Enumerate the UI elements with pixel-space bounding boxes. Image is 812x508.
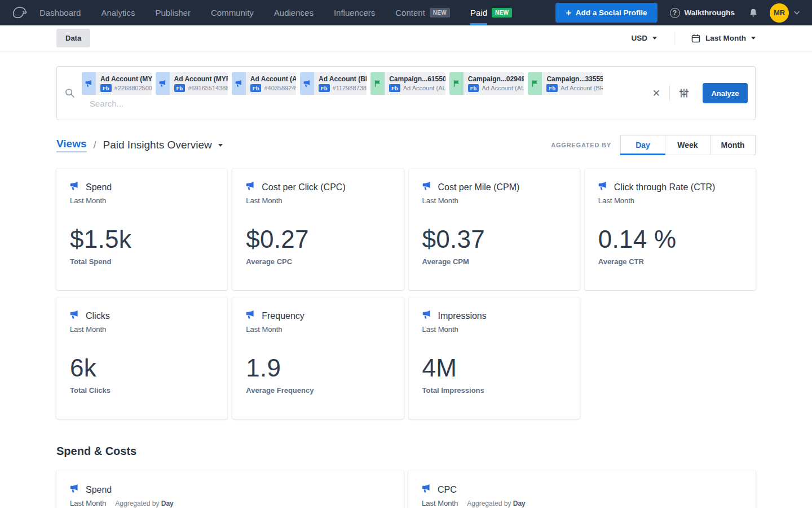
calendar-icon [691, 34, 700, 43]
filter-chip-ad-account[interactable]: Ad Account (MYR) Fb#691655143885437 [156, 72, 228, 95]
chart-card-spend: Spend Last Month Aggregated by Day [56, 470, 404, 508]
metric-card-cpc: Cost per Click (CPC) Last Month $0.27 Av… [232, 169, 403, 290]
megaphone-icon [246, 310, 255, 322]
aggregation-option-month[interactable]: Month [710, 135, 756, 155]
search-input[interactable] [90, 99, 270, 108]
question-circle-icon: ? [670, 8, 680, 18]
metric-value: 4M [422, 354, 566, 382]
top-navbar: Dashboard Analytics Publisher Community … [0, 0, 812, 25]
megaphone-icon [598, 181, 607, 193]
search-icon [65, 88, 75, 98]
divider [674, 31, 674, 46]
aggregated-by-label: AGGREGATED BY [551, 142, 611, 148]
megaphone-icon [422, 310, 431, 322]
metric-card-spend: Spend Last Month $1.5k Total Spend [56, 169, 227, 290]
search-controls: ✕ Analyze [652, 83, 748, 103]
page-title: Paid Insights Overview [103, 139, 212, 151]
facebook-badge: Fb [100, 84, 112, 92]
facebook-badge: Fb [546, 84, 558, 92]
chart-card-cpc: CPC Last Month Aggregated by Day [408, 470, 756, 508]
filter-chip-campaign[interactable]: Campaign...029492845 FbAd Account (AUD) [449, 72, 524, 95]
tab-data[interactable]: Data [56, 29, 90, 47]
filter-chip-campaign[interactable]: Campaign...335557899 FbAd Account (BRL) [528, 72, 603, 95]
megaphone-icon [422, 181, 431, 193]
aggregation-segmented-control: Day Week Month [620, 135, 756, 155]
filter-chip-ad-account[interactable]: Ad Account (BRL) Fb#1129887384649 [300, 72, 367, 95]
facebook-badge: Fb [174, 84, 186, 92]
megaphone-icon [70, 310, 79, 322]
megaphone-icon [70, 484, 79, 496]
new-badge: NEW [430, 8, 450, 17]
megaphone-icon [300, 72, 314, 95]
aggregated-by-day-link[interactable]: Aggregated by Day [115, 500, 173, 508]
breadcrumb-views-link[interactable]: Views [56, 138, 87, 152]
view-header-row: Views / Paid Insights Overview AGGREGATE… [56, 134, 756, 156]
user-menu[interactable]: MR [770, 3, 800, 23]
currency-dropdown[interactable]: USD [631, 34, 657, 42]
caret-down-icon [751, 37, 756, 40]
nav-item-paid[interactable]: PaidNEW [470, 0, 512, 25]
flag-icon [528, 72, 542, 95]
analyze-button[interactable]: Analyze [703, 83, 748, 103]
filter-search-box[interactable]: Ad Account (MYR) Fb#22688025000557 Ad Ac… [56, 66, 756, 120]
walkthroughs-link[interactable]: ? Walkthroughs [670, 8, 735, 18]
megaphone-icon [422, 484, 431, 496]
metric-cards-grid: Spend Last Month $1.5k Total Spend Cost … [56, 169, 756, 419]
aggregated-by-day-link[interactable]: Aggregated by Day [467, 500, 525, 508]
megaphone-icon [232, 72, 246, 95]
metric-value: $0.27 [246, 225, 390, 253]
divider [669, 85, 670, 101]
facebook-badge: Fb [389, 84, 400, 92]
metric-card-ctr: Click through Rate (CTR) Last Month 0.14… [585, 169, 756, 290]
nav-item-influencers[interactable]: Influencers [334, 0, 375, 25]
new-badge: NEW [492, 8, 512, 17]
metric-value: 0.14 % [598, 225, 742, 253]
megaphone-icon [246, 181, 255, 193]
spend-costs-charts: Spend Last Month Aggregated by Day CPC L… [56, 470, 756, 508]
metric-value: 1.9 [246, 354, 390, 382]
metric-card-clicks: Clicks Last Month 6k Total Clicks [56, 297, 227, 419]
aggregation-option-week[interactable]: Week [665, 135, 710, 155]
nav-item-audiences[interactable]: Audiences [274, 0, 314, 25]
plus-icon: + [566, 10, 571, 16]
navbar-right-controls: + Add a Social Profile ? Walkthroughs MR [555, 3, 800, 23]
facebook-badge: Fb [250, 84, 262, 92]
falcon-logo-icon[interactable] [9, 3, 29, 23]
nav-item-publisher[interactable]: Publisher [155, 0, 191, 25]
megaphone-icon [82, 72, 96, 95]
metric-card-frequency: Frequency Last Month 1.9 Average Frequen… [232, 297, 403, 419]
facebook-badge: Fb [319, 84, 330, 92]
date-range-dropdown[interactable]: Last Month [691, 34, 756, 43]
filter-search-section: Ad Account (MYR) Fb#22688025000557 Ad Ac… [0, 51, 812, 120]
caret-down-icon [652, 37, 657, 40]
nav-item-community[interactable]: Community [211, 0, 254, 25]
breadcrumb-separator: / [94, 139, 96, 151]
view-dropdown-caret-icon[interactable] [218, 144, 223, 147]
metric-card-impressions: Impressions Last Month 4M Total Impressi… [409, 297, 580, 419]
filter-chip-campaign[interactable]: Campaign...615500498 FbAd Account (AUD) [370, 72, 445, 95]
chevron-down-icon [794, 11, 800, 15]
add-social-profile-button[interactable]: + Add a Social Profile [555, 3, 657, 23]
metric-value: $0.37 [422, 225, 566, 253]
filter-chip-ad-account[interactable]: Ad Account (MYR) Fb#22688025000557 [82, 72, 152, 95]
avatar: MR [770, 3, 789, 23]
notifications-bell-icon[interactable] [748, 8, 758, 18]
aggregation-option-day[interactable]: Day [620, 135, 665, 155]
aggregation-control: AGGREGATED BY Day Week Month [551, 135, 756, 155]
flag-icon [370, 72, 385, 95]
secondary-toolbar: Data USD Last Month [0, 25, 812, 51]
facebook-badge: Fb [468, 84, 479, 92]
metric-value: $1.5k [70, 225, 214, 253]
filter-sliders-icon[interactable] [679, 88, 689, 98]
metric-card-cpm: Cost per Mile (CPM) Last Month $0.37 Ave… [409, 169, 580, 290]
primary-navigation: Dashboard Analytics Publisher Community … [39, 0, 532, 25]
nav-item-dashboard[interactable]: Dashboard [39, 0, 81, 25]
metric-value: 6k [70, 354, 214, 382]
nav-item-content[interactable]: ContentNEW [395, 0, 450, 25]
clear-filters-icon[interactable]: ✕ [652, 87, 660, 99]
filter-chip-ad-account[interactable]: Ad Account (AUD) Fb#403589249 [232, 72, 296, 95]
nav-item-analytics[interactable]: Analytics [101, 0, 135, 25]
megaphone-icon [70, 181, 79, 193]
toolbar-right-controls: USD Last Month [631, 31, 756, 46]
section-title-spend-costs: Spend & Costs [56, 445, 756, 458]
